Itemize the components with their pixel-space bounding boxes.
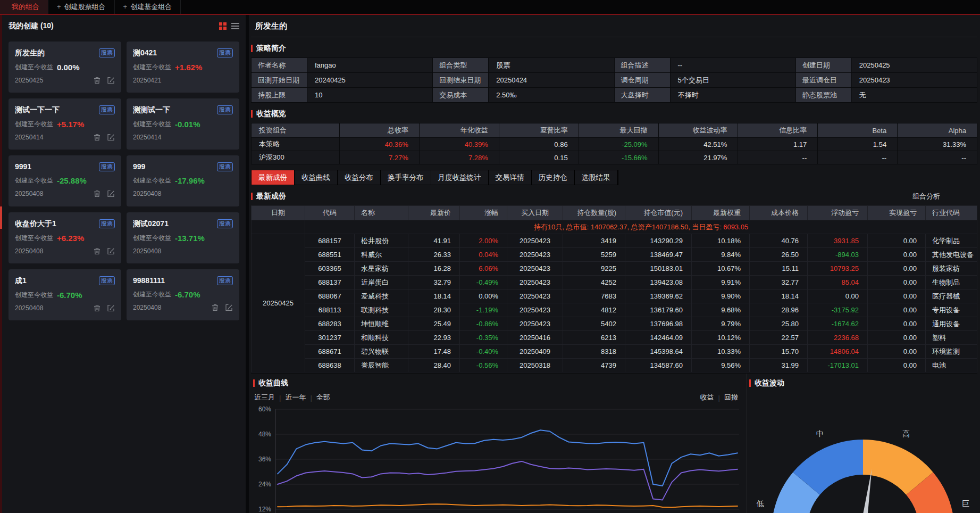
top-tab[interactable]: 我的组合 xyxy=(0,0,48,14)
component-tab[interactable]: 最新成份 xyxy=(252,170,295,185)
return-label: 创建至今收益 xyxy=(15,176,53,185)
svg-text:中: 中 xyxy=(816,429,824,438)
holdings-summary: 持有10只, 总市值: 1407062.37, 总资产1407186.50, 当… xyxy=(305,220,977,234)
portfolio-analysis-link[interactable]: 组合分析 xyxy=(912,192,940,201)
create-date: 20250408 xyxy=(15,304,94,312)
portfolio-card[interactable]: 成1 股票 创建至今收益 -6.70% 20250408 xyxy=(9,269,121,320)
cell-name: 联测科技 xyxy=(355,303,408,317)
cell-quantity: 6213 xyxy=(563,331,625,344)
delete-icon[interactable] xyxy=(94,77,100,84)
top-tab[interactable]: +创建基金组合 xyxy=(115,0,181,14)
create-date: 20250408 xyxy=(15,247,94,255)
component-tab[interactable]: 收益曲线 xyxy=(295,170,338,185)
period-all[interactable]: 全部 xyxy=(316,393,330,402)
mode-drawdown[interactable]: 回撤 xyxy=(724,393,738,402)
cell-float-pnl: -1674.62 xyxy=(808,317,867,330)
info-label: 组合描述 xyxy=(615,58,670,72)
component-tab[interactable]: 月度收益统计 xyxy=(431,170,489,185)
cell-price: 16.28 xyxy=(408,262,459,275)
info-value: fangao xyxy=(307,58,432,72)
return-value: -6.70% xyxy=(175,290,200,299)
cell-price: 41.91 xyxy=(408,234,459,247)
portfolio-card[interactable]: 收盘价大于1 股票 创建至今收益 +6.23% 20250408 xyxy=(9,212,121,263)
cell-name: 松井股份 xyxy=(355,234,408,247)
edit-icon[interactable] xyxy=(107,304,115,312)
overview-cell: 1.54 xyxy=(818,138,897,151)
portfolio-name: 成1 xyxy=(15,276,99,286)
cell-cost: 22.57 xyxy=(750,331,807,344)
cell-quantity: 4252 xyxy=(563,276,625,289)
cell-change: 6.06% xyxy=(460,262,507,275)
svg-text:12%: 12% xyxy=(258,506,271,513)
cell-float-pnl: 85.04 xyxy=(808,276,867,289)
cell-change: 0.04% xyxy=(460,248,507,261)
edit-icon[interactable] xyxy=(225,304,233,311)
stock-type-badge: 股票 xyxy=(99,105,115,114)
cell-cost: 18.14 xyxy=(750,289,807,303)
overview-cell: 0.86 xyxy=(499,138,579,151)
portfolio-card[interactable]: 测试02071 股票 创建至今收益 -13.71% 20250408 xyxy=(127,212,239,263)
cell-industry: 专用设备 xyxy=(926,303,977,317)
svg-text:36%: 36% xyxy=(258,456,271,463)
section-accent-bar xyxy=(253,379,255,387)
overview-cell: -- xyxy=(818,151,897,164)
overview-cell: 40.39% xyxy=(420,138,499,151)
period-3m[interactable]: 近三月 xyxy=(254,393,275,402)
info-label: 交易成本 xyxy=(433,88,488,102)
overview-section-title: 收益概览 xyxy=(256,109,286,119)
component-tab[interactable]: 交易详情 xyxy=(489,170,532,185)
grid-view-icon[interactable] xyxy=(219,22,227,30)
portfolio-card[interactable]: 测0421 股票 创建至今收益 +1.62% 20250421 xyxy=(127,42,239,93)
create-date: 20250408 xyxy=(133,190,212,197)
summary-text: 持有10只, 总市值: 1407062.37, 总资产1407186.50, 当… xyxy=(534,222,722,232)
holdings-header: 涨幅 xyxy=(460,206,507,220)
delete-icon[interactable] xyxy=(94,134,100,141)
delete-icon[interactable] xyxy=(94,247,100,255)
list-view-icon[interactable] xyxy=(231,22,239,30)
info-value: 股票 xyxy=(489,58,614,72)
cell-industry: 医疗器械 xyxy=(926,289,977,303)
cell-code: 603365 xyxy=(305,262,354,275)
cell-buy-date: 20250318 xyxy=(507,359,563,372)
cell-market-value: 134587.60 xyxy=(625,359,691,372)
svg-text:24%: 24% xyxy=(258,481,271,488)
cell-industry: 环境监测 xyxy=(926,345,977,358)
info-label: 回测结束日期 xyxy=(433,73,488,87)
edit-icon[interactable] xyxy=(107,134,115,141)
period-1y[interactable]: 近一年 xyxy=(285,393,306,402)
portfolio-card[interactable]: 999 股票 创建至今收益 -17.96% 20250408 xyxy=(127,155,239,206)
component-tab[interactable]: 收益分布 xyxy=(338,170,381,185)
portfolio-card[interactable]: 99881111 股票 创建至今收益 -6.70% 20250408 xyxy=(127,269,239,320)
holdings-header: 浮动盈亏 xyxy=(808,206,867,220)
section-accent-bar xyxy=(251,110,253,118)
delete-icon[interactable] xyxy=(94,190,100,197)
overview-header: 信息比率 xyxy=(738,123,817,137)
cell-market-value: 142464.09 xyxy=(625,331,691,344)
portfolio-card[interactable]: 9991 股票 创建至今收益 -25.88% 20250408 xyxy=(9,155,121,206)
component-tab[interactable]: 历史持仓 xyxy=(532,170,575,185)
info-value: 不择时 xyxy=(671,88,795,102)
portfolio-card[interactable]: 所发生的 股票 创建至今收益 0.00% 20250425 xyxy=(9,42,121,93)
edit-icon[interactable] xyxy=(107,77,115,84)
portfolio-card[interactable]: 测试一下一下 股票 创建至今收益 +5.17% 20250414 xyxy=(9,98,121,150)
return-label: 创建至今收益 xyxy=(15,291,53,300)
top-tab[interactable]: +创建股票组合 xyxy=(48,0,115,14)
cell-code: 301237 xyxy=(305,331,354,344)
info-value: 10 xyxy=(307,88,432,102)
holdings-header: 买入日期 xyxy=(507,206,563,220)
delete-icon[interactable] xyxy=(212,304,219,311)
cell-change: -0.86% xyxy=(460,317,507,330)
mode-return[interactable]: 收益 xyxy=(700,393,714,402)
portfolio-card[interactable]: 测测试一下 股票 创建至今收益 -0.01% 20250414 xyxy=(127,98,239,150)
component-tab[interactable]: 换手率分布 xyxy=(381,170,431,185)
cell-weight: 9.90% xyxy=(692,289,749,303)
edit-icon[interactable] xyxy=(107,247,115,255)
sidebar-title: 我的创建 (10) xyxy=(9,21,219,31)
delete-icon[interactable] xyxy=(94,304,100,312)
cell-cost: 31.99 xyxy=(750,359,807,372)
component-tab[interactable]: 选股结果 xyxy=(575,170,618,185)
edit-icon[interactable] xyxy=(107,190,115,197)
cell-realized-pnl: 0.00 xyxy=(868,331,925,344)
page-title: 所发生的 xyxy=(251,15,977,37)
cell-change: 2.00% xyxy=(460,234,507,247)
